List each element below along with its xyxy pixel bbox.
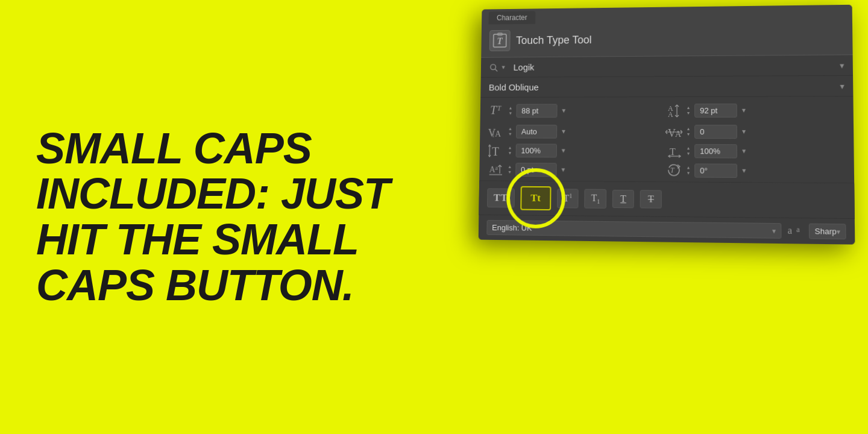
horizontal-scale-group: T ▲ ▼ 100% ▾ bbox=[665, 143, 845, 159]
headline-text: Small Caps Included: Just Hit The Small … bbox=[36, 126, 389, 308]
search-icon: ▾ bbox=[489, 63, 505, 72]
rotation-dropdown[interactable]: ▾ bbox=[740, 166, 748, 175]
horizontal-scale-down[interactable]: ▼ bbox=[685, 151, 692, 156]
touch-type-row[interactable]: T Touch Type Tool bbox=[481, 20, 852, 58]
headline-line4: Hit The Small bbox=[36, 215, 359, 263]
antialiasing-selector[interactable]: Sharp ▾ bbox=[809, 224, 846, 240]
language-value: English: UK bbox=[492, 223, 532, 233]
baseline-shift-up[interactable]: ▲ bbox=[506, 164, 514, 169]
rotation-value[interactable]: 0° bbox=[694, 163, 737, 178]
svg-text:T: T bbox=[492, 145, 499, 158]
antialiasing-dropdown-arrow[interactable]: ▾ bbox=[837, 227, 840, 236]
character-panel: Character T Touch Type Tool ▾ bbox=[479, 5, 855, 245]
svg-text:T: T bbox=[670, 146, 676, 157]
horizontal-scale-icon: T bbox=[665, 143, 682, 159]
size-leading-row: TT ▲ ▼ 88 pt ▾ A A bbox=[488, 100, 844, 120]
baseline-shift-group: A a ▲ ▼ 0 pt ▾ bbox=[488, 162, 661, 178]
all-caps-button[interactable]: TT bbox=[487, 188, 515, 207]
baseline-shift-spinners[interactable]: ▲ ▼ bbox=[506, 164, 514, 174]
antialiasing-group: a a Sharp ▾ bbox=[788, 223, 846, 239]
tracking-up[interactable]: ▲ bbox=[685, 127, 692, 131]
font-size-down[interactable]: ▼ bbox=[507, 111, 514, 116]
font-size-up[interactable]: ▲ bbox=[507, 105, 514, 110]
tracking-dropdown[interactable]: ▾ bbox=[740, 127, 748, 136]
vertical-scale-group: T ▲ ▼ 100% ▾ bbox=[488, 142, 661, 159]
baseline-shift-icon: A a bbox=[488, 162, 504, 177]
font-style-value: Bold Oblique bbox=[489, 81, 840, 92]
antialiasing-value: Sharp bbox=[815, 227, 837, 236]
language-dropdown-arrow[interactable]: ▾ bbox=[772, 227, 776, 235]
horizontal-scale-up[interactable]: ▲ bbox=[685, 146, 692, 151]
character-tab[interactable]: Character bbox=[488, 11, 535, 24]
kerning-group: V A ▲ ▼ Auto ▾ bbox=[488, 124, 661, 139]
leading-down[interactable]: ▼ bbox=[685, 110, 692, 115]
headline-line2: Included: bbox=[36, 169, 269, 218]
svg-line-4 bbox=[495, 69, 497, 71]
leading-spinners[interactable]: ▲ ▼ bbox=[685, 105, 692, 115]
subscript-button[interactable]: T1 bbox=[585, 189, 607, 209]
text-style-buttons-row: TT Tt T1 T1 T T bbox=[479, 181, 855, 219]
svg-text:A: A bbox=[489, 165, 495, 174]
kerning-tracking-row: V A ▲ ▼ Auto ▾ bbox=[488, 124, 845, 140]
baseline-rotation-row: A a ▲ ▼ 0 pt ▾ bbox=[488, 162, 846, 179]
svg-text:a: a bbox=[495, 165, 498, 171]
font-style-dropdown-arrow[interactable]: ▾ bbox=[840, 81, 844, 90]
tracking-down[interactable]: ▼ bbox=[685, 132, 692, 137]
horizontal-scale-dropdown[interactable]: ▾ bbox=[740, 146, 748, 155]
kerning-value[interactable]: Auto bbox=[516, 124, 557, 138]
font-size-spinners[interactable]: ▲ ▼ bbox=[507, 105, 514, 116]
vertical-scale-dropdown[interactable]: ▾ bbox=[559, 146, 568, 155]
baseline-shift-down[interactable]: ▼ bbox=[506, 169, 514, 174]
touch-type-label: Touch Type Tool bbox=[516, 34, 592, 47]
svg-text:T: T bbox=[497, 104, 502, 112]
baseline-shift-value[interactable]: 0 pt bbox=[515, 163, 556, 177]
font-size-group: TT ▲ ▼ 88 pt ▾ bbox=[488, 101, 661, 120]
font-size-icon: TT bbox=[488, 101, 505, 120]
baseline-shift-dropdown[interactable]: ▾ bbox=[559, 165, 567, 174]
tracking-group: V A ▲ ▼ 0 ▾ bbox=[665, 124, 845, 140]
svg-text:T: T bbox=[497, 36, 503, 46]
headline-line1: Small Caps bbox=[36, 124, 312, 172]
font-search-row[interactable]: ▾ Logik ▾ bbox=[481, 55, 853, 78]
kerning-spinners[interactable]: ▲ ▼ bbox=[507, 126, 514, 136]
lang-row: English: UK ▾ a a Sharp ▾ bbox=[479, 215, 855, 245]
tracking-spinners[interactable]: ▲ ▼ bbox=[685, 127, 692, 137]
strikethrough-button[interactable]: T bbox=[640, 190, 662, 209]
leading-icon: A A bbox=[665, 102, 682, 118]
vertical-scale-up[interactable]: ▲ bbox=[506, 145, 514, 150]
left-panel: Small Caps Included: Just Hit The Small … bbox=[0, 0, 446, 434]
rotation-spinners[interactable]: ▲ ▼ bbox=[685, 165, 692, 175]
vertical-scale-down[interactable]: ▼ bbox=[506, 151, 514, 156]
horizontal-scale-spinners[interactable]: ▲ ▼ bbox=[685, 146, 692, 156]
tracking-value[interactable]: 0 bbox=[694, 125, 737, 139]
font-style-row[interactable]: Bold Oblique ▾ bbox=[480, 76, 853, 98]
vertical-scale-spinners[interactable]: ▲ ▼ bbox=[506, 145, 514, 156]
leading-value[interactable]: 92 pt bbox=[694, 103, 737, 117]
leading-dropdown[interactable]: ▾ bbox=[740, 106, 748, 115]
right-panel: Character T Touch Type Tool ▾ bbox=[446, 0, 868, 434]
kerning-icon: V A bbox=[488, 124, 505, 139]
superscript-button[interactable]: T1 bbox=[557, 189, 579, 209]
small-caps-button[interactable]: Tt bbox=[520, 186, 551, 210]
rotation-down[interactable]: ▼ bbox=[685, 171, 692, 175]
kerning-up[interactable]: ▲ bbox=[507, 126, 514, 131]
language-selector[interactable]: English: UK ▾ bbox=[486, 220, 781, 239]
font-name-value[interactable]: Logik bbox=[514, 60, 835, 72]
underline-button[interactable]: T bbox=[612, 190, 634, 208]
kerning-dropdown[interactable]: ▾ bbox=[559, 127, 568, 136]
metrics-section: TT ▲ ▼ 88 pt ▾ A A bbox=[479, 96, 854, 183]
vertical-scale-value[interactable]: 100% bbox=[516, 143, 557, 157]
svg-text:A: A bbox=[668, 110, 673, 118]
rotation-up[interactable]: ▲ bbox=[685, 165, 692, 170]
svg-text:T: T bbox=[670, 166, 675, 174]
horizontal-scale-value[interactable]: 100% bbox=[694, 144, 737, 158]
svg-text:a: a bbox=[788, 225, 792, 236]
aa-icon: a a bbox=[788, 224, 805, 239]
rotation-icon: T bbox=[665, 162, 682, 178]
leading-group: A A ▲ ▼ 92 pt ▾ bbox=[665, 102, 844, 118]
kerning-down[interactable]: ▼ bbox=[507, 131, 514, 136]
font-name-dropdown-arrow[interactable]: ▾ bbox=[840, 60, 844, 70]
font-size-value[interactable]: 88 pt bbox=[516, 104, 557, 118]
leading-up[interactable]: ▲ bbox=[685, 105, 692, 110]
font-size-dropdown[interactable]: ▾ bbox=[559, 106, 568, 115]
